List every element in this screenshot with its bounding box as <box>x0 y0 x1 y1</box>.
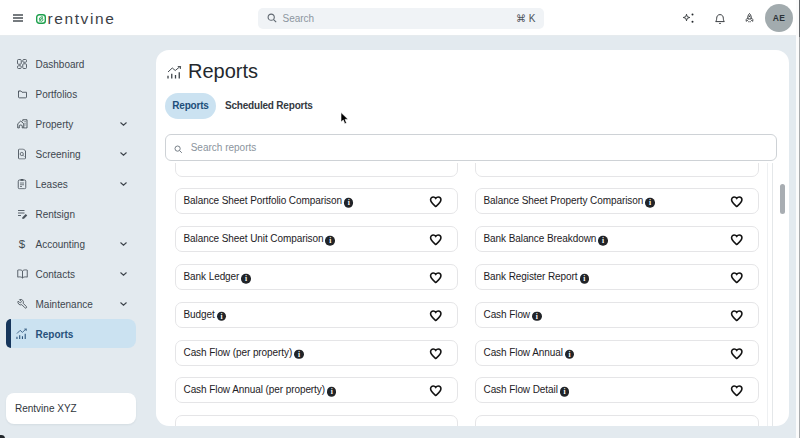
svg-text:$: $ <box>19 238 26 250</box>
